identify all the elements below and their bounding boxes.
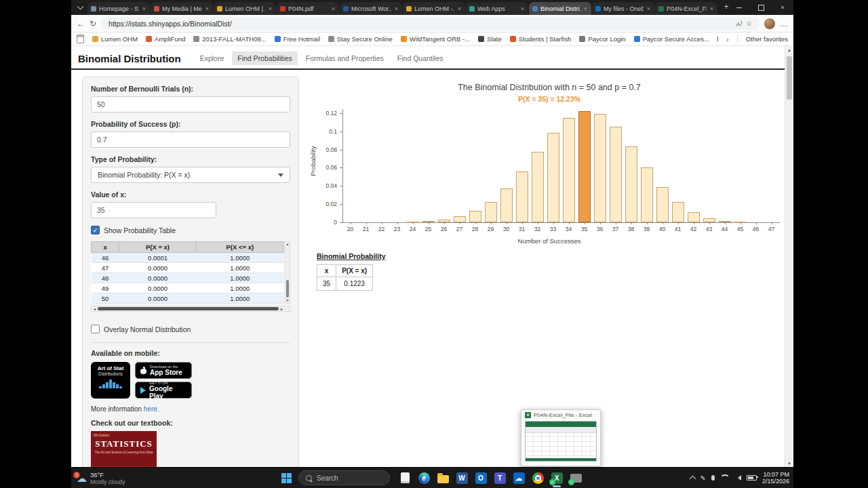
- scroll-up-icon[interactable]: ▲: [285, 242, 290, 247]
- tab-close-icon[interactable]: ×: [646, 5, 651, 12]
- show-table-checkbox[interactable]: ✓ Show Probability Table: [91, 226, 290, 235]
- back-icon[interactable]: ←: [77, 20, 85, 28]
- tab-close-icon[interactable]: ×: [709, 5, 714, 12]
- settings-menu-button[interactable]: …: [780, 20, 788, 28]
- google-play-badge[interactable]: GET IT ON Google Play: [135, 382, 192, 399]
- tab-close-icon[interactable]: ×: [331, 5, 336, 12]
- weather-widget[interactable]: ☁3 36°F Mostly cloudy: [77, 468, 125, 488]
- pen-icon[interactable]: ✎: [701, 474, 706, 482]
- taskbar-icon-excel[interactable]: X✓: [549, 468, 565, 487]
- preview-thumbnail[interactable]: [525, 421, 597, 462]
- tab-explore[interactable]: Explore: [195, 52, 230, 65]
- tab-close-icon[interactable]: ×: [142, 5, 146, 12]
- table-hscroll-thumb[interactable]: [98, 307, 279, 310]
- taskbar-icon-chrome[interactable]: [530, 468, 546, 487]
- favorite-item[interactable]: WildTangent ORB -...: [401, 35, 470, 43]
- browser-tab[interactable]: My files - OneD...×: [592, 2, 654, 15]
- read-aloud-icon[interactable]: A): [736, 19, 742, 28]
- page-scroll-thumb[interactable]: [787, 56, 792, 100]
- overlay-normal-checkbox[interactable]: Overlay Normal Distribution: [91, 325, 290, 333]
- browser-tab[interactable]: Homepage - S...×: [87, 2, 150, 15]
- textbook-cover[interactable]: 5th Edition STATISTICS The Art and Scien…: [91, 431, 157, 468]
- table-row[interactable]: 480.00001.0000: [92, 273, 284, 283]
- artofstat-app-badge[interactable]: Art of Stat Distributions: [91, 362, 130, 399]
- refresh-icon[interactable]: ↻: [90, 20, 96, 28]
- favorite-item[interactable]: Students | Starfish: [510, 35, 571, 43]
- table-horizontal-scrollbar[interactable]: ◄ ►: [91, 306, 290, 312]
- taskbar-search-box[interactable]: Search: [298, 470, 390, 485]
- table-row[interactable]: 470.00001.0000: [92, 263, 284, 273]
- favorite-item[interactable]: 2013-FALL-MATH09...: [193, 35, 266, 43]
- table-scroll-thumb[interactable]: [286, 280, 289, 298]
- start-button[interactable]: [281, 473, 292, 483]
- n-trials-input[interactable]: [91, 96, 290, 113]
- close-button[interactable]: ×: [772, 0, 793, 15]
- collections-icon[interactable]: [77, 35, 84, 43]
- table-row[interactable]: 460.00011.0000: [92, 253, 284, 263]
- tab-close-icon[interactable]: ×: [205, 5, 210, 12]
- tab-close-icon[interactable]: ×: [583, 5, 588, 12]
- taskbar-icon-word[interactable]: W: [454, 468, 470, 487]
- table-row[interactable]: 490.00001.0000: [92, 283, 284, 293]
- tab-close-icon[interactable]: ×: [457, 5, 462, 12]
- battery-icon[interactable]: [747, 475, 757, 481]
- browser-tab[interactable]: Binomial Distri...×: [529, 2, 591, 15]
- app-store-badge[interactable]: Download on the App Store: [135, 362, 192, 379]
- scroll-left-icon[interactable]: ◄: [93, 306, 96, 312]
- tab-find-quantiles[interactable]: Find Quantiles: [392, 52, 449, 65]
- favorite-item[interactable]: Lumen OHM: [92, 35, 138, 43]
- probability-type-select[interactable]: Binomial Probability: P(X = x): [91, 167, 290, 183]
- tab-close-icon[interactable]: ×: [394, 5, 399, 12]
- taskbar-icon-file-explorer[interactable]: [435, 468, 451, 487]
- tab-find-probabilities[interactable]: Find Probabilities: [232, 52, 298, 65]
- tab-close-icon[interactable]: ×: [268, 5, 273, 12]
- favorite-item[interactable]: Free Hotmail: [275, 35, 320, 43]
- table-row[interactable]: 500.00001.0000: [92, 293, 284, 304]
- maximize-button[interactable]: [750, 0, 772, 15]
- excel-preview-card[interactable]: X P04N-Excel_File - Excel: [521, 409, 601, 466]
- other-favorites-button[interactable]: Other favorites: [746, 35, 788, 43]
- browser-tab[interactable]: My Media | Me...×: [151, 2, 213, 15]
- taskbar-icon-remote-app[interactable]: ✓: [568, 468, 584, 487]
- taskbar-icon-taskview[interactable]: [397, 468, 413, 487]
- wifi-icon[interactable]: [720, 474, 730, 481]
- favorite-item[interactable]: AmpliFund: [146, 35, 185, 43]
- scroll-up-icon[interactable]: ▲: [785, 48, 793, 52]
- taskbar-icon-edge[interactable]: e: [416, 468, 432, 487]
- p-success-input[interactable]: [91, 131, 290, 148]
- mic-icon[interactable]: [711, 475, 715, 481]
- scroll-right-icon[interactable]: ►: [280, 306, 283, 312]
- tab-search-button[interactable]: [74, 1, 86, 14]
- browser-tab[interactable]: Lumen OHM -...×: [403, 2, 465, 15]
- taskbar-icon-teams[interactable]: T: [492, 468, 508, 487]
- favorites-overflow-button[interactable]: ›: [726, 35, 729, 43]
- tab-close-icon[interactable]: ×: [520, 5, 525, 12]
- browser-tab[interactable]: P04N-Excel_Fil...×: [655, 2, 717, 15]
- scroll-down-icon[interactable]: ▼: [285, 298, 290, 303]
- volume-icon[interactable]: [735, 475, 741, 481]
- browser-tab[interactable]: Web Apps×: [466, 2, 528, 15]
- more-info-link[interactable]: here.: [144, 405, 159, 413]
- profile-avatar[interactable]: [764, 18, 775, 29]
- favorite-item[interactable]: Paycor Login: [579, 35, 625, 43]
- tray-chevron-up-icon[interactable]: [689, 476, 696, 483]
- scroll-down-icon[interactable]: ▼: [785, 462, 793, 466]
- favorite-item[interactable]: Stay Secure Online: [328, 35, 393, 43]
- browser-tab[interactable]: P04N.pdf×: [277, 2, 339, 15]
- x-value-input[interactable]: [91, 202, 216, 218]
- table-row[interactable]: 350.1223: [317, 277, 373, 291]
- minimize-button[interactable]: [728, 0, 750, 15]
- taskbar-icon-outlook[interactable]: O: [473, 468, 489, 487]
- page-scrollbar[interactable]: ▲ ▼: [785, 46, 793, 468]
- table-vertical-scrollbar[interactable]: ▲ ▼: [285, 241, 290, 304]
- favorite-item[interactable]: Slate: [478, 35, 502, 43]
- address-input[interactable]: https://istats.shinyapps.io/BinomialDist…: [101, 17, 760, 30]
- taskbar-clock[interactable]: 10:07 PM 2/15/2026: [762, 471, 789, 485]
- favorite-item[interactable]: HR Digital - Home: [717, 35, 718, 43]
- tab-formulas-and-properties[interactable]: Formulas and Properties: [300, 52, 389, 65]
- browser-tab[interactable]: Lumen OHM |...×: [214, 2, 276, 15]
- favorite-star-icon[interactable]: ☆: [746, 20, 752, 27]
- browser-tab[interactable]: Microsoft Wor...×: [340, 2, 402, 15]
- favorite-item[interactable]: Paycor Secure Acces...: [634, 35, 709, 43]
- taskbar-icon-onedrive[interactable]: ☁: [511, 468, 527, 487]
